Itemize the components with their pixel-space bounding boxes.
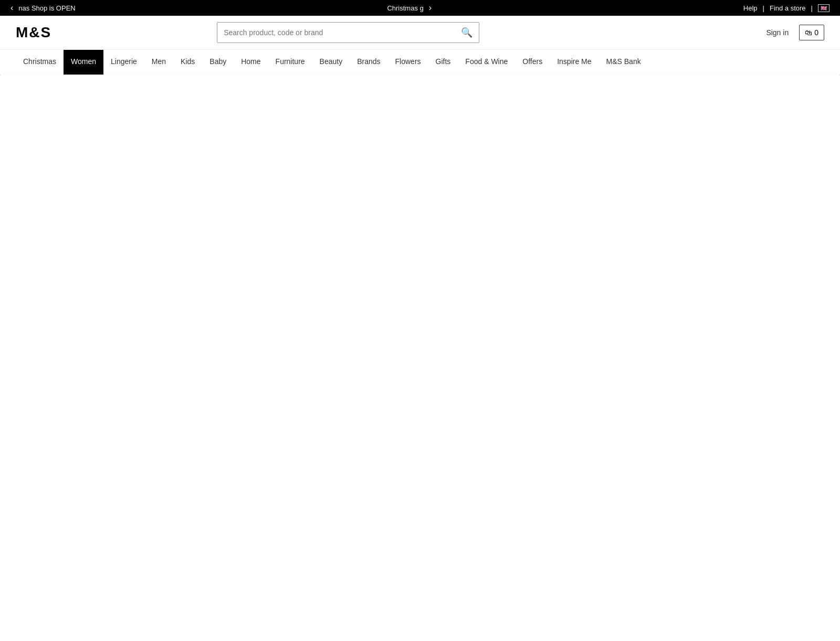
banner-actions: Help | Find a store | 🇬🇧 [743, 4, 830, 12]
basket-count: 0 [814, 28, 818, 37]
basket-icon: 🛍 [805, 28, 812, 37]
nav-item-brands[interactable]: Brands [350, 50, 387, 75]
banner-left: ‹ nas Shop is OPEN [10, 3, 76, 13]
logo[interactable]: M&S [16, 24, 68, 41]
nav-item-home[interactable]: Home [234, 50, 268, 75]
banner-prev-button[interactable]: ‹ [10, 3, 13, 13]
banner-separator2: | [811, 4, 813, 12]
help-link[interactable]: Help [743, 4, 758, 12]
flag-icon: 🇬🇧 [818, 4, 830, 12]
sign-in-button[interactable]: Sign in [766, 28, 789, 37]
nav-item-offers[interactable]: Offers [515, 50, 550, 75]
nav-item-gifts[interactable]: Gifts [428, 50, 458, 75]
nav-item-food-wine[interactable]: Food & Wine [458, 50, 515, 75]
header: M&S 🔍 Sign in 🛍 0 [0, 16, 840, 50]
nav-item-christmas[interactable]: Christmas [16, 50, 64, 75]
main-nav: Christmas Women Lingerie Men Kids Baby H… [0, 50, 840, 76]
mega-menu: New In All New In Clothing Footwear Beau… [0, 75, 840, 76]
nav-item-furniture[interactable]: Furniture [268, 50, 312, 75]
banner-message-left: nas Shop is OPEN [18, 4, 75, 12]
nav-item-men[interactable]: Men [144, 50, 173, 75]
search-bar: 🔍 [217, 22, 479, 43]
nav-item-lingerie[interactable]: Lingerie [103, 50, 144, 75]
banner-separator: | [763, 4, 764, 12]
nav-item-kids[interactable]: Kids [173, 50, 202, 75]
nav-item-baby[interactable]: Baby [202, 50, 234, 75]
find-store-link[interactable]: Find a store [770, 4, 806, 12]
header-right: Sign in 🛍 0 [766, 25, 824, 40]
banner-right-msg: Christmas g › [387, 3, 432, 13]
banner-message-right: Christmas g [387, 4, 423, 12]
nav-item-beauty[interactable]: Beauty [312, 50, 350, 75]
basket-button[interactable]: 🛍 0 [799, 25, 824, 40]
nav-item-women[interactable]: Women [64, 50, 103, 75]
search-input[interactable] [224, 28, 457, 37]
nav-item-bank[interactable]: M&S Bank [599, 50, 648, 75]
search-icon[interactable]: 🔍 [461, 27, 472, 38]
banner-next-button[interactable]: › [429, 3, 432, 13]
nav-item-inspire[interactable]: Inspire Me [550, 50, 598, 75]
nav-item-flowers[interactable]: Flowers [388, 50, 428, 75]
top-banner: ‹ nas Shop is OPEN Christmas g › Help | … [0, 0, 840, 16]
